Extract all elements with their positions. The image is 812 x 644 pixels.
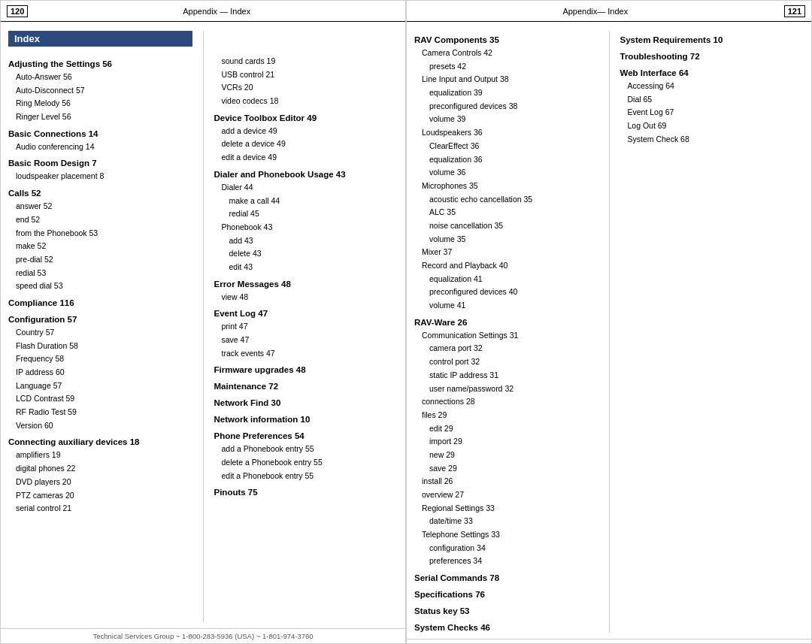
section-configuration: Configuration 57 <box>8 315 192 324</box>
left-page-footer: Technical Services Group ~ 1-800-283-593… <box>1 628 405 643</box>
entry: pre-dial 52 <box>8 254 192 265</box>
entry: Accessing 64 <box>620 80 804 92</box>
right-col1: RAV Components 35 Camera Controls 42 pre… <box>414 31 598 633</box>
section-system-req: System Requirements 10 <box>620 35 804 44</box>
entry: install 26 <box>414 476 598 487</box>
section-status-key: Status key 53 <box>414 606 598 615</box>
entry: configuration 34 <box>414 543 598 554</box>
entry: end 52 <box>8 214 192 225</box>
entry: Communication Settings 31 <box>414 330 598 341</box>
entry: redial 53 <box>8 268 192 279</box>
section-rav-components: RAV Components 35 <box>414 35 598 44</box>
entry: edit a Phonebook entry 55 <box>214 470 398 482</box>
entry: redial 45 <box>214 208 398 219</box>
entry: Event Log 67 <box>620 107 804 118</box>
entry: edit 29 <box>414 423 598 434</box>
entry: Regional Settings 33 <box>414 503 598 514</box>
section-device-toolbox: Device Toolbox Editor 49 <box>214 113 398 122</box>
right-page-footer: Technical Services Group ~ 1-800-283-593… <box>407 639 811 644</box>
left-page: 120 Appendix — Index Index Adjusting the… <box>0 0 406 644</box>
entry: date/time 33 <box>414 516 598 527</box>
entry: Record and Playback 40 <box>414 260 598 271</box>
entry: sound cards 19 <box>214 56 398 67</box>
entry: Microphones 35 <box>414 180 598 192</box>
entry: RF Radio Test 59 <box>8 407 192 418</box>
left-col1: Index Adjusting the Settings 56 Auto-Ans… <box>8 31 192 622</box>
col-divider <box>203 31 204 622</box>
entry: LCD Contrast 59 <box>8 393 192 404</box>
section-compliance: Compliance 116 <box>8 298 192 307</box>
section-serial-commands: Serial Commands 78 <box>414 573 598 582</box>
entry: Auto-Answer 56 <box>8 71 192 83</box>
entry: Log Out 69 <box>620 120 804 132</box>
section-network-find: Network Find 30 <box>214 398 398 407</box>
entry: Dial 65 <box>620 94 804 105</box>
entry: Ring Melody 56 <box>8 98 192 109</box>
entry: VCRs 20 <box>214 82 398 93</box>
entry: Dialer 44 <box>214 182 398 193</box>
entry: ALC 35 <box>414 207 598 218</box>
entry: make a call 44 <box>214 195 398 207</box>
section-error: Error Messages 48 <box>214 280 398 289</box>
section-pinouts: Pinouts 75 <box>214 488 398 497</box>
section-web-interface: Web Interface 64 <box>620 68 804 77</box>
section-system-checks: System Checks 46 <box>414 623 598 632</box>
entry: speed dial 53 <box>8 280 192 292</box>
entry: Auto-Disconnect 57 <box>8 85 192 96</box>
entry: import 29 <box>414 436 598 447</box>
entry: add a Phonebook entry 55 <box>214 443 398 455</box>
entry: user name/password 32 <box>414 383 598 395</box>
entry: view 48 <box>214 292 398 303</box>
entry: equalization 41 <box>414 274 598 285</box>
section-phone-prefs: Phone Preferences 54 <box>214 431 398 440</box>
entry: serial control 21 <box>8 503 192 514</box>
right-page-header-text: Appendix— Index <box>413 7 778 16</box>
entry: preconfigured devices 38 <box>414 101 598 112</box>
entry: delete a Phonebook entry 55 <box>214 457 398 468</box>
section-adjusting: Adjusting the Settings 56 <box>8 59 192 68</box>
entry: save 47 <box>214 334 398 346</box>
entry: Ringer Level 56 <box>8 111 192 122</box>
entry: Frequency 58 <box>8 353 192 364</box>
left-col2: sound cards 19 USB control 21 VCRs 20 vi… <box>214 31 398 622</box>
entry: print 47 <box>214 321 398 332</box>
entry: USB control 21 <box>214 69 398 80</box>
entry: digital phones 22 <box>8 463 192 474</box>
entry: Flash Duration 58 <box>8 340 192 352</box>
right-page-content: RAV Components 35 Camera Controls 42 pre… <box>407 22 811 639</box>
entry: volume 36 <box>414 167 598 178</box>
entry: add 43 <box>214 235 398 246</box>
entry: volume 41 <box>414 300 598 311</box>
entry: ClearEffect 36 <box>414 141 598 152</box>
entry: preferences 34 <box>414 555 598 567</box>
entry: Language 57 <box>8 380 192 392</box>
entry: volume 39 <box>414 113 598 125</box>
section-event-log: Event Log 47 <box>214 309 398 318</box>
index-title: Index <box>8 31 192 47</box>
entry: Telephone Settings 33 <box>414 529 598 540</box>
right-page-number: 121 <box>784 5 805 17</box>
entry: answer 52 <box>8 201 192 212</box>
left-page-header: 120 Appendix — Index <box>1 1 405 22</box>
left-page-header-text: Appendix — Index <box>34 7 399 16</box>
col-divider-right <box>609 31 610 633</box>
entry: edit 43 <box>214 262 398 273</box>
entry: Audio conferencing 14 <box>8 141 192 153</box>
entry: PTZ cameras 20 <box>8 490 192 501</box>
entry: loudspeaker placement 8 <box>8 171 192 182</box>
entry: delete a device 49 <box>214 138 398 150</box>
entry: Line Input and Output 38 <box>414 74 598 85</box>
entry: connections 28 <box>414 396 598 407</box>
entry: Loudspeakers 36 <box>414 127 598 138</box>
entry: make 52 <box>8 240 192 252</box>
entry: edit a device 49 <box>214 152 398 163</box>
entry: static IP address 31 <box>414 370 598 381</box>
entry: Version 60 <box>8 420 192 431</box>
entry: Mixer 37 <box>414 246 598 258</box>
entry: equalization 39 <box>414 87 598 98</box>
section-basic-room: Basic Room Design 7 <box>8 159 192 168</box>
entry: amplifiers 19 <box>8 449 192 461</box>
entry: camera port 32 <box>414 343 598 354</box>
entry: Phonebook 43 <box>214 222 398 233</box>
section-troubleshooting: Troubleshooting 72 <box>620 52 804 61</box>
